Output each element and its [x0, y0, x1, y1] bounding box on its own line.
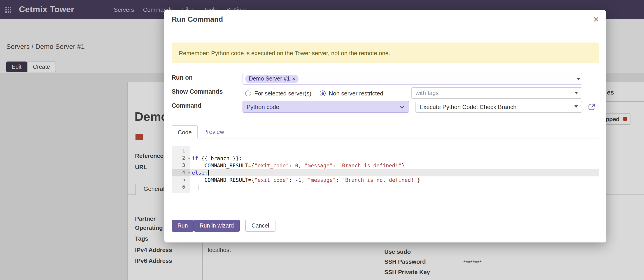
- code-text: else:: [190, 169, 599, 176]
- show-commands-label: Show Commands: [172, 88, 223, 95]
- line-number[interactable]: 2▾: [172, 155, 190, 162]
- code-token: :: [204, 170, 208, 176]
- code-text: [190, 148, 599, 155]
- line-number[interactable]: 6: [172, 184, 190, 191]
- chevron-down-icon[interactable]: [574, 105, 578, 108]
- code-line[interactable]: 2▾if {{ branch }}:: [172, 155, 599, 162]
- code-token: "message": [308, 177, 336, 183]
- code-token: :: [336, 177, 342, 183]
- code-token: if: [192, 155, 198, 162]
- text-cursor: [208, 170, 209, 176]
- line-number[interactable]: 5: [172, 176, 190, 184]
- code-token: ,: [302, 177, 308, 183]
- modal-title: Run Command: [172, 15, 223, 24]
- code-token: :: [289, 177, 295, 183]
- run-on-label: Run on: [172, 74, 192, 81]
- run-button[interactable]: Run: [172, 220, 194, 232]
- code-token: "exit_code": [254, 177, 289, 183]
- code-token: }: [402, 162, 405, 169]
- external-link-icon[interactable]: [588, 103, 596, 111]
- code-token: COMMAND_RESULT={: [192, 177, 254, 183]
- indent-guide: [209, 185, 209, 190]
- chevron-down-icon[interactable]: [574, 92, 578, 94]
- code-text: COMMAND_RESULT={"exit_code": 0, "message…: [190, 162, 599, 169]
- code-token: :: [289, 162, 295, 169]
- server-chip-label: Demo Server #1: [249, 76, 290, 82]
- code-text: if {{ branch }}:: [190, 155, 599, 162]
- fold-icon[interactable]: ▾: [188, 155, 190, 162]
- radio-non-restricted-label[interactable]: Non server restricted: [329, 90, 383, 97]
- code-token: else: [192, 170, 204, 176]
- code-token: "exit_code": [254, 162, 289, 169]
- cancel-button[interactable]: Cancel: [245, 220, 276, 232]
- run-command-modal: Run Command × Remember: Python code is e…: [164, 10, 606, 242]
- code-text: [190, 184, 599, 191]
- close-icon[interactable]: ×: [593, 13, 599, 26]
- tab-preview[interactable]: Preview: [203, 128, 224, 135]
- code-token: {{ branch }}:: [198, 155, 242, 162]
- chevron-down-icon[interactable]: [577, 78, 580, 80]
- code-token: -1: [295, 177, 302, 183]
- line-number[interactable]: 3: [172, 162, 190, 169]
- command-select[interactable]: Execute Python Code: Check Branch: [416, 101, 582, 113]
- code-line[interactable]: 3 COMMAND_RESULT={"exit_code": 0, "messa…: [172, 162, 599, 169]
- with-tags-select[interactable]: with tags: [412, 87, 582, 99]
- server-chip[interactable]: Demo Server #1 ×: [245, 74, 299, 83]
- run-in-wizard-button[interactable]: Run in wizard: [194, 220, 240, 232]
- command-type-select[interactable]: Python code: [242, 101, 409, 113]
- with-tags-placeholder: with tags: [416, 90, 439, 96]
- fold-icon[interactable]: ▾: [188, 170, 190, 177]
- code-token: }: [417, 177, 420, 183]
- code-token: "Branch is defined!": [339, 162, 402, 169]
- indent-guide: [198, 185, 199, 190]
- radio-selected-servers-label[interactable]: For selected server(s): [254, 90, 312, 97]
- screen: Cetmix Tower Servers Commands Files Tool…: [0, 0, 644, 280]
- code-line[interactable]: 1: [172, 148, 599, 155]
- code-text: COMMAND_RESULT={"exit_code": -1, "messag…: [190, 176, 599, 184]
- code-editor[interactable]: 12▾if {{ branch }}:3 COMMAND_RESULT={"ex…: [172, 146, 599, 193]
- line-number[interactable]: 1: [172, 148, 190, 155]
- code-token: "message": [304, 162, 333, 169]
- tab-code[interactable]: Code: [172, 125, 198, 138]
- code-token: "Branch is not defined!": [342, 177, 417, 183]
- code-token: 0: [295, 162, 298, 169]
- code-token: COMMAND_RESULT={: [192, 162, 254, 169]
- radio-non-restricted[interactable]: [320, 90, 326, 96]
- code-token: ,: [298, 162, 304, 169]
- code-line[interactable]: 5 COMMAND_RESULT={"exit_code": -1, "mess…: [172, 176, 599, 184]
- code-line[interactable]: 6: [172, 184, 599, 191]
- remove-chip-icon[interactable]: ×: [292, 76, 295, 81]
- line-number[interactable]: 4▾: [172, 169, 190, 176]
- code-lines: 12▾if {{ branch }}:3 COMMAND_RESULT={"ex…: [172, 148, 599, 191]
- tabs-border: [172, 138, 599, 138]
- run-on-field[interactable]: Demo Server #1 ×: [242, 73, 582, 85]
- command-type-value: Python code: [246, 103, 279, 110]
- radio-selected-servers[interactable]: [245, 90, 251, 96]
- command-value: Execute Python Code: Check Branch: [420, 103, 516, 110]
- code-line[interactable]: 4▾else:: [172, 169, 599, 176]
- python-warning-alert: Remember: Python code is executed on the…: [172, 43, 599, 63]
- code-token: :: [332, 162, 339, 169]
- command-label: Command: [172, 102, 202, 109]
